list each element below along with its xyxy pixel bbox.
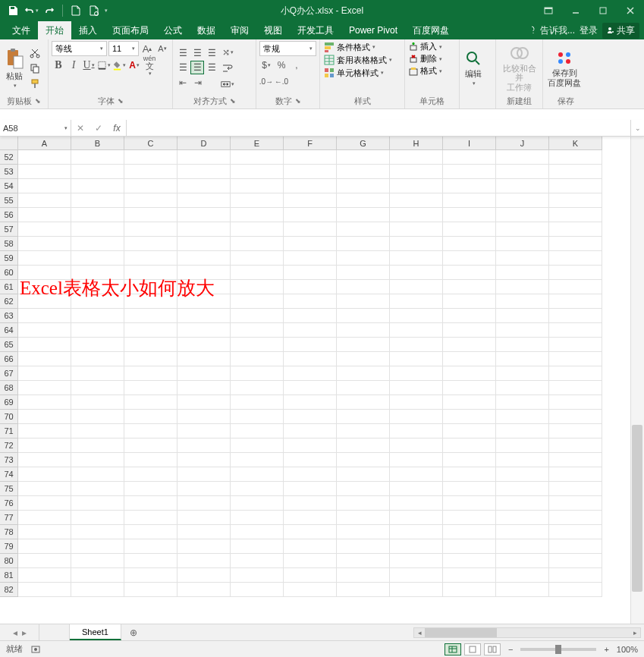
- cell[interactable]: [496, 424, 549, 439]
- cell[interactable]: [124, 525, 177, 539]
- minimize-icon[interactable]: [562, 0, 589, 21]
- align-top-icon[interactable]: ☰: [176, 46, 190, 60]
- cell[interactable]: [177, 424, 231, 439]
- name-box[interactable]: A58▾: [0, 120, 71, 136]
- cell[interactable]: [177, 165, 231, 179]
- cell[interactable]: [284, 381, 337, 395]
- col-header[interactable]: A: [18, 137, 71, 150]
- decrease-decimal-icon[interactable]: ←.0: [275, 74, 288, 88]
- cell[interactable]: [18, 496, 71, 511]
- row-headers[interactable]: 5253545556575859606162636465666768697071…: [0, 150, 18, 624]
- cell[interactable]: [337, 410, 390, 424]
- cell[interactable]: [390, 453, 443, 467]
- cell[interactable]: [71, 366, 124, 381]
- cell[interactable]: [284, 280, 337, 294]
- cell[interactable]: [443, 539, 496, 554]
- tab-data[interactable]: 数据: [190, 21, 223, 39]
- format-cells-button[interactable]: 格式▾: [408, 65, 456, 77]
- cell[interactable]: [284, 395, 337, 410]
- cell[interactable]: [549, 222, 602, 237]
- cell[interactable]: [549, 280, 602, 294]
- cell[interactable]: [390, 323, 443, 338]
- sheet-nav[interactable]: ◂▸: [0, 624, 39, 640]
- cell[interactable]: [496, 381, 549, 395]
- cell[interactable]: [549, 511, 602, 525]
- row-header[interactable]: 69: [0, 395, 18, 410]
- cell[interactable]: [284, 410, 337, 424]
- row-header[interactable]: 76: [0, 496, 18, 511]
- cell[interactable]: [231, 208, 284, 222]
- cell[interactable]: [124, 410, 177, 424]
- cell[interactable]: [231, 323, 284, 338]
- cell[interactable]: [443, 323, 496, 338]
- cell[interactable]: [549, 554, 602, 568]
- cell[interactable]: [231, 410, 284, 424]
- cell[interactable]: [231, 179, 284, 193]
- row-header[interactable]: 62: [0, 294, 18, 309]
- cell[interactable]: [443, 583, 496, 597]
- cell[interactable]: [390, 251, 443, 266]
- cell[interactable]: [549, 568, 602, 583]
- cell[interactable]: [443, 208, 496, 222]
- cell[interactable]: [390, 511, 443, 525]
- align-right-icon[interactable]: ☰: [205, 61, 218, 74]
- cell[interactable]: [496, 208, 549, 222]
- cell[interactable]: [231, 366, 284, 381]
- cell[interactable]: [337, 525, 390, 539]
- cell[interactable]: [390, 496, 443, 511]
- cell[interactable]: [177, 179, 231, 193]
- cell[interactable]: [443, 165, 496, 179]
- cell[interactable]: [124, 280, 177, 294]
- cell[interactable]: [337, 352, 390, 366]
- format-table-button[interactable]: 套用表格格式▾: [323, 54, 401, 66]
- cell[interactable]: [177, 294, 231, 309]
- cell[interactable]: [390, 208, 443, 222]
- cell[interactable]: [337, 554, 390, 568]
- row-header[interactable]: 71: [0, 424, 18, 439]
- cell[interactable]: [124, 266, 177, 280]
- row-header[interactable]: 63: [0, 309, 18, 323]
- cell[interactable]: [496, 352, 549, 366]
- cell[interactable]: [549, 150, 602, 165]
- cell[interactable]: [177, 237, 231, 251]
- cell[interactable]: [18, 366, 71, 381]
- cell[interactable]: [18, 467, 71, 482]
- cell[interactable]: [443, 150, 496, 165]
- tab-baidu[interactable]: 百度网盘: [405, 21, 457, 39]
- cell[interactable]: [71, 583, 124, 597]
- font-name-combo[interactable]: 等线▾: [52, 41, 107, 56]
- cell[interactable]: [496, 439, 549, 453]
- cell[interactable]: [231, 381, 284, 395]
- redo-icon[interactable]: [41, 2, 58, 19]
- cell[interactable]: [390, 338, 443, 352]
- row-header[interactable]: 66: [0, 352, 18, 366]
- cell[interactable]: [390, 410, 443, 424]
- cell[interactable]: [390, 424, 443, 439]
- cell[interactable]: [390, 439, 443, 453]
- cell[interactable]: [390, 193, 443, 208]
- cell[interactable]: [443, 280, 496, 294]
- cell[interactable]: [284, 583, 337, 597]
- share-button[interactable]: 共享: [602, 23, 639, 39]
- row-header[interactable]: 60: [0, 266, 18, 280]
- cell[interactable]: [177, 410, 231, 424]
- cell[interactable]: [231, 352, 284, 366]
- insert-function-icon[interactable]: fx: [108, 123, 126, 134]
- increase-font-icon[interactable]: A▴: [140, 42, 154, 55]
- cell[interactable]: [549, 410, 602, 424]
- cell[interactable]: [549, 381, 602, 395]
- row-header[interactable]: 67: [0, 366, 18, 381]
- cell[interactable]: [443, 496, 496, 511]
- decrease-indent-icon[interactable]: ⇤: [176, 76, 190, 90]
- dialog-launcher-icon[interactable]: ⬊: [295, 97, 301, 105]
- cell[interactable]: [337, 150, 390, 165]
- cancel-formula-icon[interactable]: ✕: [71, 123, 90, 134]
- cell[interactable]: [177, 193, 231, 208]
- cell[interactable]: [443, 352, 496, 366]
- view-page-break-icon[interactable]: [484, 643, 501, 655]
- cell[interactable]: [284, 511, 337, 525]
- number-format-combo[interactable]: 常规▾: [259, 41, 316, 56]
- cell[interactable]: [124, 467, 177, 482]
- maximize-icon[interactable]: [589, 0, 617, 21]
- cell[interactable]: [284, 482, 337, 496]
